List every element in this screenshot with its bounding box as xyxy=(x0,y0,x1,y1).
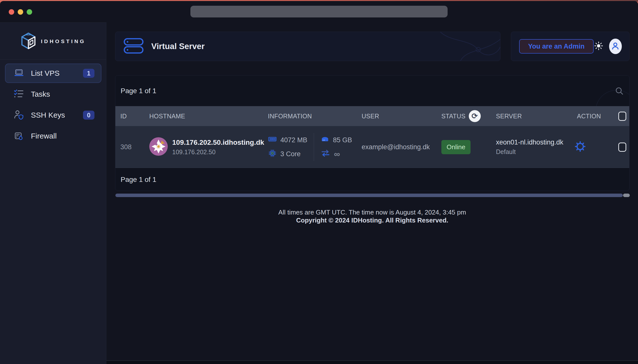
user-icon xyxy=(610,41,620,52)
count-badge: 1 xyxy=(83,69,94,78)
search-button[interactable] xyxy=(615,86,624,96)
refresh-status-button[interactable]: ⟳ xyxy=(469,110,481,122)
vps-id: 308 xyxy=(120,143,132,151)
decorative-circuit-lines xyxy=(396,32,500,61)
idhosting-cube-icon xyxy=(20,32,36,50)
count-badge: 0 xyxy=(83,110,94,120)
column-header-information: INFORMATION xyxy=(268,106,312,126)
table-header-row: ID HOSTNAME INFORMATION USER STATUS ⟳ SE… xyxy=(116,106,629,126)
page-title: Virtual Server xyxy=(151,42,204,51)
scrollbar-end-cap xyxy=(623,194,630,197)
table-toolbar: Page 1 of 1 xyxy=(116,76,629,106)
vps-table-card: Page 1 of 1 ID HOSTNAME INFORMATION USER… xyxy=(115,75,630,191)
ram-info: 4072 MB xyxy=(268,135,307,145)
admin-role-button[interactable]: You are an Admin xyxy=(519,39,594,54)
app-window: IDHOSTING List VPS 1 xyxy=(0,0,638,364)
laptop-icon xyxy=(14,68,24,79)
refresh-icon: ⟳ xyxy=(472,112,478,120)
ip-address: 109.176.202.50 xyxy=(172,148,264,156)
sidebar-item-firewall[interactable]: Firewall xyxy=(5,126,102,146)
sidebar-item-tasks[interactable]: Tasks xyxy=(5,84,102,104)
server-name: xeon01-nl.idhosting.dk xyxy=(496,138,563,146)
url-bar[interactable] xyxy=(190,6,448,18)
server-flame-icon xyxy=(14,130,24,142)
disk-value: 85 GB xyxy=(333,136,352,144)
table-footer: Page 1 of 1 xyxy=(116,168,629,191)
os-logo-avatar xyxy=(149,137,168,157)
brand-logo[interactable]: IDHOSTING xyxy=(0,32,106,50)
close-button[interactable] xyxy=(9,9,14,15)
pagination-bottom: Page 1 of 1 xyxy=(120,168,156,191)
sidebar-item-label: List VPS xyxy=(31,69,60,78)
ram-icon xyxy=(268,135,277,146)
user-avatar-button[interactable] xyxy=(609,38,622,54)
sidebar: IDHOSTING List VPS 1 xyxy=(0,22,106,364)
sidebar-item-label: Tasks xyxy=(31,90,50,98)
admin-card: You are an Admin xyxy=(511,32,630,61)
transfer-arrows-icon xyxy=(320,149,330,159)
select-all-checkbox[interactable] xyxy=(618,112,626,121)
server-stack-icon xyxy=(123,37,144,56)
table-row: 308 xyxy=(116,126,629,168)
hostname-link[interactable]: 109.176.202.50.idhosting.dk xyxy=(172,138,264,146)
disk-info: 85 GB xyxy=(320,135,352,145)
info-divider xyxy=(314,133,314,161)
bandwidth-info: ∞ xyxy=(320,149,352,159)
window-bottom-edge xyxy=(106,360,638,364)
settings-button[interactable] xyxy=(574,141,586,153)
pagination-top: Page 1 of 1 xyxy=(120,76,156,106)
scrollbar-thumb[interactable] xyxy=(116,194,623,197)
column-header-status: STATUS ⟳ xyxy=(441,106,481,126)
sidebar-divider xyxy=(0,59,106,60)
ram-value: 4072 MB xyxy=(280,136,307,144)
sidebar-item-ssh-keys[interactable]: SSH Keys 0 xyxy=(5,106,102,125)
sun-icon xyxy=(594,41,604,52)
sidebar-item-label: Firewall xyxy=(31,132,56,140)
copyright-note: Copyright © 2024 IDHosting. All Rights R… xyxy=(106,216,638,224)
user-shield-icon xyxy=(14,110,24,120)
row-checkbox[interactable] xyxy=(618,142,626,152)
gear-icon xyxy=(574,140,586,154)
sidebar-nav: List VPS 1 xyxy=(5,64,102,146)
tasks-icon xyxy=(14,89,24,100)
resource-info: 4072 MB xyxy=(268,133,352,161)
column-header-user: USER xyxy=(362,106,379,126)
cpu-value: 3 Core xyxy=(280,150,300,158)
select-all-cell xyxy=(618,106,626,126)
sidebar-item-label: SSH Keys xyxy=(31,111,65,119)
disk-icon xyxy=(320,135,330,146)
timezone-note: All times are GMT UTC. The time now is A… xyxy=(106,208,638,216)
zoom-button[interactable] xyxy=(27,9,32,15)
theme-toggle-button[interactable] xyxy=(594,41,604,52)
column-header-hostname: HOSTNAME xyxy=(149,106,185,126)
bandwidth-value: ∞ xyxy=(334,150,340,158)
search-icon xyxy=(615,92,624,96)
sidebar-item-list-vps[interactable]: List VPS 1 xyxy=(5,64,102,83)
user-email: example@idhosting.dk xyxy=(362,143,430,151)
horizontal-scrollbar xyxy=(116,194,630,197)
cpu-info: 3 Core xyxy=(268,149,307,159)
column-header-server: SERVER xyxy=(496,106,522,126)
column-header-id: ID xyxy=(120,106,127,126)
column-header-action: ACTION xyxy=(577,106,601,126)
cpu-icon xyxy=(268,149,277,160)
page-footer: All times are GMT UTC. The time now is A… xyxy=(106,208,638,224)
column-header-status-label: STATUS xyxy=(441,112,466,120)
page-title-card: Virtual Server xyxy=(115,32,500,61)
brand-name: IDHOSTING xyxy=(41,38,86,44)
server-profile: Default xyxy=(496,148,563,156)
status-badge: Online xyxy=(441,140,470,154)
minimize-button[interactable] xyxy=(18,9,23,15)
